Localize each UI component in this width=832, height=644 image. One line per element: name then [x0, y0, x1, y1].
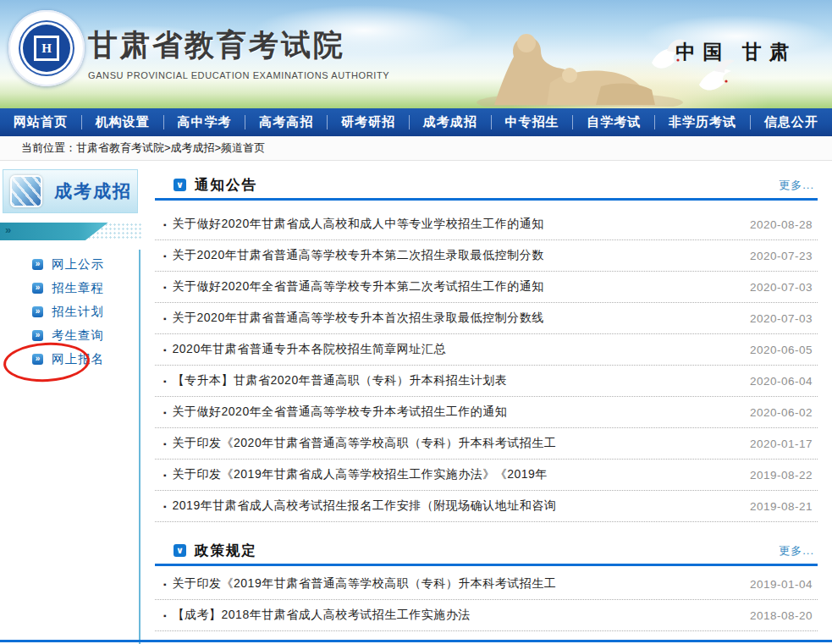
announcement-link[interactable]: 关于印发《2019年甘肃省成人高等学校招生工作实施办法》《2019年	[173, 467, 738, 482]
announcement-row[interactable]: ▪ 关于2020年甘肃省普通高等学校专升本第二次招生录取最低控制分数 2020-…	[155, 240, 818, 272]
policy-row[interactable]: ▪ 关于印发《2019年甘肃省普通高等学校高职（专科）升本科考试招生工 2019…	[155, 569, 818, 600]
announcement-link[interactable]: 关于2020年甘肃省普通高等学校专升本首次招生录取最低控制分数线	[173, 311, 738, 326]
arrow-icon: »	[32, 330, 43, 341]
sidebar-item-label: 网上报名	[52, 351, 104, 367]
announcement-row[interactable]: ▪ 【专升本】甘肃省2020年普通高职（专科）升本科招生计划表 2020-06-…	[155, 366, 818, 397]
announcement-row[interactable]: ▪ 关于2020年甘肃省普通高等学校专升本首次招生录取最低控制分数线 2020-…	[155, 303, 818, 334]
bullet-icon: ▪	[163, 283, 167, 292]
section-header: ∨ 通知公告 更多...	[155, 172, 818, 201]
site-subtitle: GANSU PROVINCIAL EDUCATION EXAMINATIONS …	[88, 70, 389, 80]
announcement-date: 2020-06-02	[750, 406, 813, 419]
nav-item-home[interactable]: 网站首页	[14, 114, 68, 130]
bullet-icon: ▪	[163, 580, 167, 589]
policy-link[interactable]: 【成考】2018年甘肃省成人高校考试招生工作实施办法	[173, 608, 738, 623]
announcement-link[interactable]: 2019年甘肃省成人高校考试招生报名工作安排（附现场确认地址和咨询	[173, 498, 738, 514]
logo-seal: H	[23, 25, 70, 72]
announcement-link[interactable]: 【专升本】甘肃省2020年普通高职（专科）升本科招生计划表	[173, 373, 738, 388]
policy-row[interactable]: ▪ 【成考】2018年甘肃省成人高校考试招生工作实施办法 2018-08-20	[155, 600, 818, 631]
announcement-date: 2020-07-03	[750, 281, 813, 294]
main-navigation: 网站首页 机构设置 高中学考 高考高招 研考研招 成考成招 中专招生 自学考试 …	[0, 108, 832, 136]
nav-item-information-disclosure[interactable]: 信息公开	[764, 114, 818, 130]
announcement-row[interactable]: ▪ 关于做好2020年全省普通高等学校专升本第二次考试招生工作的通知 2020-…	[155, 272, 818, 303]
sidebar-item-label: 招生计划	[52, 304, 104, 320]
announcement-row[interactable]: ▪ 2020年甘肃省普通专升本各院校招生简章网址汇总 2020-06-05	[155, 334, 818, 366]
more-link[interactable]: 更多...	[779, 178, 814, 193]
bullet-icon: ▪	[163, 439, 167, 449]
nav-separator	[750, 115, 751, 129]
nav-item-adult-exam[interactable]: 成考成招	[423, 114, 477, 130]
nav-separator	[163, 115, 164, 129]
announcement-date: 2019-08-21	[750, 500, 813, 513]
announcement-date: 2019-08-22	[750, 469, 813, 482]
announcement-link[interactable]: 关于做好2020年甘肃省成人高校和成人中等专业学校招生工作的通知	[173, 217, 738, 232]
section-title: 通知公告	[195, 176, 257, 195]
footer-divider	[0, 640, 832, 642]
site-logo-icon[interactable]: H	[8, 10, 85, 86]
site-brand[interactable]: 甘肃省教育考试院 GANSU PROVINCIAL EDUCATION EXAM…	[88, 25, 389, 80]
nav-separator	[491, 115, 492, 129]
nav-separator	[409, 115, 410, 129]
bullet-icon: ▪	[163, 251, 167, 261]
announcement-row[interactable]: ▪ 关于印发《2019年甘肃省成人高等学校招生工作实施办法》《2019年 201…	[155, 460, 818, 491]
region-label: 中国 甘肃	[675, 39, 796, 65]
section-policies: ∨ 政策规定 更多... ▪ 关于印发《2019年甘肃省普通高等学校高职（专科）…	[155, 537, 818, 631]
sidebar: 成考成招 » » 网上公示 » 招生章程 » 招生计划 » 考生查询	[0, 165, 142, 644]
announcement-link[interactable]: 关于做好2020年全省普通高等学校专升本第二次考试招生工作的通知	[173, 279, 738, 294]
announcement-row[interactable]: ▪ 2019年甘肃省成人高校考试招生报名工作安排（附现场确认地址和咨询 2019…	[155, 491, 818, 522]
bullet-icon: ▪	[163, 220, 167, 229]
section-check-icon: ∨	[174, 544, 186, 557]
announcement-date: 2020-07-03	[750, 312, 813, 325]
announcement-list: ▪ 关于做好2020年甘肃省成人高校和成人中等专业学校招生工作的通知 2020-…	[155, 209, 818, 522]
nav-separator	[654, 115, 655, 129]
sidebar-item-enrollment-charter[interactable]: » 招生章程	[0, 276, 135, 300]
nav-item-highschool-exam[interactable]: 高中学考	[178, 114, 232, 130]
sidebar-item-enrollment-plan[interactable]: » 招生计划	[0, 300, 135, 323]
nav-separator	[572, 115, 573, 129]
nav-separator	[245, 115, 245, 129]
arrow-icon: »	[32, 354, 43, 365]
announcement-row[interactable]: ▪ 关于做好2020年甘肃省成人高校和成人中等专业学校招生工作的通知 2020-…	[155, 209, 818, 240]
nav-item-gaokao[interactable]: 高考高招	[259, 114, 313, 130]
nav-item-self-study-exam[interactable]: 自学考试	[587, 114, 641, 130]
section-header: ∨ 政策规定 更多...	[155, 537, 818, 566]
site-header: H 甘肃省教育考试院 GANSU PROVINCIAL EDUCATION EX…	[0, 0, 832, 108]
sidebar-right-border	[139, 250, 141, 644]
announcement-date: 2020-06-04	[750, 375, 813, 388]
breadcrumb-text[interactable]: 当前位置：甘肃省教育考试院>成考成招>频道首页	[21, 140, 265, 156]
sidebar-item-candidate-query[interactable]: » 考生查询	[0, 323, 135, 347]
arrow-icon: »	[32, 259, 43, 270]
bullet-icon: ▪	[163, 314, 167, 323]
bullet-icon: ▪	[163, 611, 167, 620]
logo-emblem-glyph: H	[34, 36, 59, 61]
policy-date: 2019-01-04	[750, 578, 813, 591]
announcement-link[interactable]: 关于做好2020年全省普通高等学校专升本考试招生工作的通知	[173, 405, 738, 420]
main-content: ∨ 通知公告 更多... ▪ 关于做好2020年甘肃省成人高校和成人中等专业学校…	[155, 165, 818, 631]
sidebar-menu: » 网上公示 » 招生章程 » 招生计划 » 考生查询 » 网上报名	[0, 252, 135, 371]
sidebar-item-label: 网上公示	[52, 256, 104, 272]
sidebar-channel-title: 成考成招	[54, 179, 132, 203]
announcement-row[interactable]: ▪ 关于做好2020年全省普通高等学校专升本考试招生工作的通知 2020-06-…	[155, 397, 818, 428]
announcement-row[interactable]: ▪ 关于印发《2020年甘肃省普通高等学校高职（专科）升本科考试招生工 2020…	[155, 428, 818, 460]
bullet-icon: ▪	[163, 408, 167, 417]
section-title: 政策规定	[195, 542, 257, 560]
announcement-link[interactable]: 关于2020年甘肃省普通高等学校专升本第二次招生录取最低控制分数	[173, 248, 738, 263]
announcement-link[interactable]: 2020年甘肃省普通专升本各院校招生简章网址汇总	[173, 342, 738, 357]
bullet-icon: ▪	[163, 345, 167, 355]
nav-item-organization[interactable]: 机构设置	[96, 114, 150, 130]
nav-item-secondary-enrollment[interactable]: 中专招生	[505, 114, 559, 130]
sidebar-item-online-registration[interactable]: » 网上报名	[0, 347, 135, 371]
announcement-link[interactable]: 关于印发《2020年甘肃省普通高等学校高职（专科）升本科考试招生工	[173, 436, 738, 451]
arrow-icon: »	[32, 283, 43, 294]
site-title: 甘肃省教育考试院	[88, 25, 389, 65]
announcement-date: 2020-08-28	[750, 218, 813, 231]
policy-link[interactable]: 关于印发《2019年甘肃省普通高等学校高职（专科）升本科考试招生工	[173, 576, 738, 592]
nav-item-non-academic-exam[interactable]: 非学历考试	[669, 114, 736, 130]
bullet-icon: ▪	[163, 471, 167, 480]
bullet-icon: ▪	[163, 502, 167, 511]
nav-item-graduate-exam[interactable]: 研考研招	[341, 114, 395, 130]
more-link[interactable]: 更多...	[779, 543, 814, 559]
arrow-icon: »	[32, 306, 43, 317]
nav-separator	[327, 115, 328, 129]
channel-books-icon	[10, 175, 42, 207]
sidebar-item-online-publicity[interactable]: » 网上公示	[0, 252, 135, 276]
